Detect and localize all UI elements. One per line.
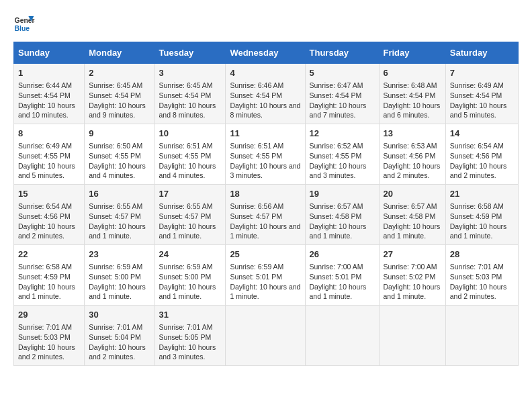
day-number: 5	[310, 67, 375, 79]
calendar-cell	[445, 306, 518, 366]
sunrise-text: Sunrise: 6:48 AM	[384, 81, 437, 89]
calendar-cell: 17Sunrise: 6:55 AMSunset: 4:57 PMDayligh…	[154, 185, 226, 245]
daylight-text: Daylight: 10 hours and 6 minutes.	[384, 101, 441, 120]
sunset-text: Sunset: 4:55 PM	[159, 152, 212, 160]
sunrise-text: Sunrise: 7:00 AM	[310, 263, 363, 271]
sunrise-text: Sunrise: 6:54 AM	[450, 142, 504, 150]
calendar-cell: 29Sunrise: 7:01 AMSunset: 5:03 PMDayligh…	[14, 306, 85, 366]
sunset-text: Sunset: 4:59 PM	[18, 273, 71, 281]
sunset-text: Sunset: 5:04 PM	[89, 333, 141, 341]
calendar-week-row: 1Sunrise: 6:44 AMSunset: 4:54 PMDaylight…	[14, 64, 519, 124]
day-number: 26	[310, 248, 375, 261]
sunrise-text: Sunrise: 6:49 AM	[450, 81, 504, 89]
calendar-week-row: 8Sunrise: 6:49 AMSunset: 4:55 PMDaylight…	[14, 124, 519, 185]
daylight-text: Daylight: 10 hours and 2 minutes.	[450, 283, 507, 301]
calendar-cell	[379, 306, 445, 366]
sunrise-text: Sunrise: 6:44 AM	[18, 81, 72, 89]
day-number: 7	[450, 67, 514, 79]
calendar-cell: 15Sunrise: 6:54 AMSunset: 4:56 PMDayligh…	[14, 185, 85, 245]
daylight-text: Daylight: 10 hours and 3 minutes.	[230, 162, 300, 180]
sunrise-text: Sunrise: 6:58 AM	[18, 263, 72, 271]
sunrise-text: Sunrise: 6:49 AM	[18, 142, 72, 150]
daylight-text: Daylight: 10 hours and 5 minutes.	[18, 162, 75, 180]
calendar-cell: 20Sunrise: 6:57 AMSunset: 4:58 PMDayligh…	[379, 185, 445, 245]
daylight-text: Daylight: 10 hours and 7 minutes.	[310, 101, 367, 120]
sunset-text: Sunset: 4:54 PM	[18, 91, 71, 99]
calendar-cell: 23Sunrise: 6:59 AMSunset: 5:00 PMDayligh…	[85, 245, 154, 306]
sunset-text: Sunset: 4:54 PM	[230, 91, 282, 99]
calendar-cell: 24Sunrise: 6:59 AMSunset: 5:00 PMDayligh…	[154, 245, 226, 306]
daylight-text: Daylight: 10 hours and 1 minute.	[230, 283, 300, 301]
daylight-text: Daylight: 10 hours and 3 minutes.	[310, 162, 367, 180]
day-number: 21	[450, 188, 514, 200]
sunset-text: Sunset: 4:57 PM	[89, 212, 141, 220]
sunset-text: Sunset: 4:54 PM	[384, 91, 436, 99]
day-number: 23	[89, 248, 150, 261]
calendar-cell: 31Sunrise: 7:01 AMSunset: 5:05 PMDayligh…	[154, 306, 226, 366]
sunrise-text: Sunrise: 6:45 AM	[159, 81, 213, 89]
sunset-text: Sunset: 4:56 PM	[384, 152, 436, 160]
calendar-cell: 3Sunrise: 6:45 AMSunset: 4:54 PMDaylight…	[154, 64, 226, 124]
sunset-text: Sunset: 4:58 PM	[310, 212, 362, 220]
daylight-text: Daylight: 10 hours and 2 minutes.	[18, 222, 75, 240]
calendar-cell: 25Sunrise: 6:59 AMSunset: 5:01 PMDayligh…	[226, 245, 305, 306]
day-number: 4	[230, 67, 300, 79]
sunset-text: Sunset: 5:03 PM	[18, 333, 71, 341]
sunset-text: Sunset: 4:55 PM	[310, 152, 362, 160]
sunset-text: Sunset: 4:56 PM	[450, 152, 502, 160]
day-number: 12	[310, 128, 375, 140]
day-number: 6	[384, 67, 441, 79]
daylight-text: Daylight: 10 hours and 1 minute.	[89, 222, 146, 240]
day-number: 15	[18, 188, 80, 200]
day-number: 3	[159, 67, 222, 79]
sunrise-text: Sunrise: 6:51 AM	[159, 142, 213, 150]
sunrise-text: Sunrise: 6:58 AM	[450, 202, 504, 210]
calendar-cell: 12Sunrise: 6:52 AMSunset: 4:55 PMDayligh…	[305, 124, 379, 185]
sunrise-text: Sunrise: 6:47 AM	[310, 81, 363, 89]
sunrise-text: Sunrise: 6:45 AM	[89, 81, 142, 89]
sunrise-text: Sunrise: 7:00 AM	[384, 263, 437, 271]
sunset-text: Sunset: 5:02 PM	[384, 273, 436, 281]
sunrise-text: Sunrise: 6:56 AM	[230, 202, 283, 210]
calendar-header-wednesday: Wednesday	[226, 42, 305, 64]
calendar-header-thursday: Thursday	[305, 42, 379, 64]
daylight-text: Daylight: 10 hours and 1 minute.	[310, 283, 367, 301]
sunrise-text: Sunrise: 6:57 AM	[310, 202, 363, 210]
sunset-text: Sunset: 4:55 PM	[18, 152, 71, 160]
daylight-text: Daylight: 10 hours and 1 minute.	[230, 222, 300, 240]
calendar-cell: 6Sunrise: 6:48 AMSunset: 4:54 PMDaylight…	[379, 64, 445, 124]
calendar-week-row: 15Sunrise: 6:54 AMSunset: 4:56 PMDayligh…	[14, 185, 519, 245]
daylight-text: Daylight: 10 hours and 1 minute.	[450, 222, 507, 240]
sunset-text: Sunset: 4:57 PM	[159, 212, 212, 220]
sunrise-text: Sunrise: 6:55 AM	[159, 202, 213, 210]
day-number: 1	[18, 67, 80, 79]
sunset-text: Sunset: 4:59 PM	[450, 212, 502, 220]
daylight-text: Daylight: 10 hours and 4 minutes.	[159, 162, 216, 180]
page-header: General Blue	[13, 13, 519, 35]
sunrise-text: Sunrise: 6:50 AM	[89, 142, 142, 150]
calendar-week-row: 29Sunrise: 7:01 AMSunset: 5:03 PMDayligh…	[14, 306, 519, 366]
logo: General Blue	[13, 13, 35, 35]
daylight-text: Daylight: 10 hours and 2 minutes.	[384, 162, 441, 180]
day-number: 8	[18, 128, 80, 140]
day-number: 20	[384, 188, 441, 200]
daylight-text: Daylight: 10 hours and 5 minutes.	[450, 101, 507, 120]
calendar-header-sunday: Sunday	[14, 42, 85, 64]
sunset-text: Sunset: 4:54 PM	[450, 91, 502, 99]
calendar-cell: 18Sunrise: 6:56 AMSunset: 4:57 PMDayligh…	[226, 185, 305, 245]
calendar-cell: 28Sunrise: 7:01 AMSunset: 5:03 PMDayligh…	[445, 245, 518, 306]
calendar-cell: 21Sunrise: 6:58 AMSunset: 4:59 PMDayligh…	[445, 185, 518, 245]
daylight-text: Daylight: 10 hours and 2 minutes.	[18, 343, 75, 361]
sunrise-text: Sunrise: 6:51 AM	[230, 142, 283, 150]
sunrise-text: Sunrise: 6:57 AM	[384, 202, 437, 210]
sunset-text: Sunset: 4:54 PM	[310, 91, 362, 99]
calendar-cell: 10Sunrise: 6:51 AMSunset: 4:55 PMDayligh…	[154, 124, 226, 185]
calendar-cell: 27Sunrise: 7:00 AMSunset: 5:02 PMDayligh…	[379, 245, 445, 306]
daylight-text: Daylight: 10 hours and 2 minutes.	[450, 162, 507, 180]
day-number: 31	[159, 309, 222, 321]
calendar-header-saturday: Saturday	[445, 42, 518, 64]
logo-icon: General Blue	[13, 13, 35, 35]
calendar-cell: 19Sunrise: 6:57 AMSunset: 4:58 PMDayligh…	[305, 185, 379, 245]
calendar-cell: 14Sunrise: 6:54 AMSunset: 4:56 PMDayligh…	[445, 124, 518, 185]
sunrise-text: Sunrise: 6:46 AM	[230, 81, 283, 89]
